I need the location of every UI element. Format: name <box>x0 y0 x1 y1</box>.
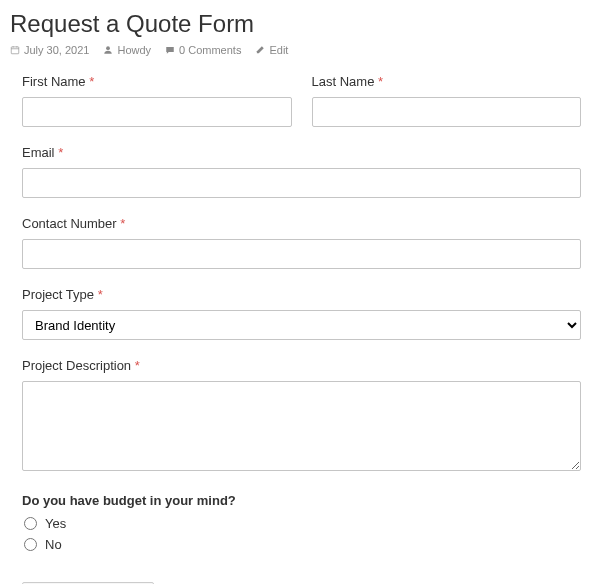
meta-date: July 30, 2021 <box>10 44 89 56</box>
meta-author-text: Howdy <box>117 44 151 56</box>
budget-legend: Do you have budget in your mind? <box>22 493 236 508</box>
email-label-text: Email <box>22 145 55 160</box>
meta-author[interactable]: Howdy <box>103 44 151 56</box>
last-name-input[interactable] <box>312 97 582 127</box>
required-mark: * <box>135 358 140 373</box>
meta-bar: July 30, 2021 Howdy 0 Comments Edit <box>10 44 585 56</box>
svg-rect-0 <box>11 47 19 54</box>
required-mark: * <box>89 74 94 89</box>
required-mark: * <box>58 145 63 160</box>
required-mark: * <box>378 74 383 89</box>
contact-number-label-text: Contact Number <box>22 216 117 231</box>
page-title: Request a Quote Form <box>10 10 585 38</box>
email-input[interactable] <box>22 168 581 198</box>
last-name-label-text: Last Name <box>312 74 375 89</box>
quote-form: First Name * Last Name * Email * Contact… <box>10 74 585 584</box>
project-type-label: Project Type * <box>22 287 581 302</box>
meta-date-text: July 30, 2021 <box>24 44 89 56</box>
required-mark: * <box>120 216 125 231</box>
svg-point-4 <box>107 46 111 50</box>
meta-comments-text: 0 Comments <box>179 44 241 56</box>
budget-radio-no[interactable] <box>24 538 37 551</box>
meta-edit-text: Edit <box>269 44 288 56</box>
budget-yes-label: Yes <box>45 516 66 531</box>
last-name-label: Last Name * <box>312 74 582 89</box>
edit-icon <box>255 45 265 55</box>
first-name-input[interactable] <box>22 97 292 127</box>
budget-option-yes[interactable]: Yes <box>24 516 581 531</box>
meta-comments[interactable]: 0 Comments <box>165 44 241 56</box>
budget-radio-yes[interactable] <box>24 517 37 530</box>
budget-fieldset: Do you have budget in your mind? Yes No <box>22 493 581 558</box>
project-type-select[interactable]: Brand Identity <box>22 310 581 340</box>
email-label: Email * <box>22 145 581 160</box>
contact-number-label: Contact Number * <box>22 216 581 231</box>
project-description-label: Project Description * <box>22 358 581 373</box>
project-type-label-text: Project Type <box>22 287 94 302</box>
project-description-label-text: Project Description <box>22 358 131 373</box>
project-description-textarea[interactable] <box>22 381 581 471</box>
comment-icon <box>165 45 175 55</box>
contact-number-input[interactable] <box>22 239 581 269</box>
first-name-label: First Name * <box>22 74 292 89</box>
meta-edit[interactable]: Edit <box>255 44 288 56</box>
budget-no-label: No <box>45 537 62 552</box>
required-mark: * <box>98 287 103 302</box>
first-name-label-text: First Name <box>22 74 86 89</box>
calendar-icon <box>10 45 20 55</box>
budget-option-no[interactable]: No <box>24 537 581 552</box>
user-icon <box>103 45 113 55</box>
